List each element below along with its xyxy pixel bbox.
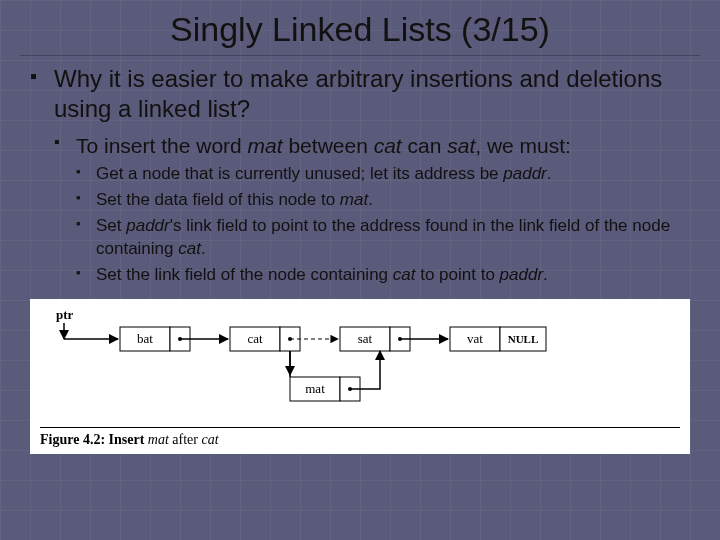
l2-pre: To insert the word: [76, 134, 248, 157]
bullet-list-level3: Get a node that is currently unused; let…: [76, 163, 690, 287]
l2-mid2: can: [402, 134, 448, 157]
figure-panel: ptr bat cat sat va: [30, 299, 690, 454]
bullet-list-level2: To insert the word mat between cat can s…: [54, 132, 690, 287]
node-cat: cat: [247, 331, 263, 346]
bullet-l3-3: Set paddr's link field to point to the a…: [76, 215, 690, 261]
linked-list-diagram: ptr bat cat sat va: [40, 307, 680, 417]
l2-word-mat: mat: [248, 134, 283, 157]
l3a-post: .: [547, 164, 552, 183]
l2-mid1: between: [283, 134, 374, 157]
slide-title: Singly Linked Lists (3/15): [20, 0, 700, 56]
l3a-paddr: paddr: [503, 164, 546, 183]
l2-word-cat: cat: [374, 134, 402, 157]
null-label: NULL: [508, 333, 539, 345]
content-area: Why it is easier to make arbitrary inser…: [0, 64, 720, 287]
bullet-l1-1: Why it is easier to make arbitrary inser…: [30, 64, 690, 287]
node-bat: bat: [137, 331, 153, 346]
node-sat: sat: [358, 331, 373, 346]
l2-post: , we must:: [475, 134, 571, 157]
l3c-pre: Set: [96, 216, 126, 235]
l3d-mid: to point to: [415, 265, 499, 284]
node-vat: vat: [467, 331, 483, 346]
cap-mid: after: [169, 432, 202, 447]
l3c-paddr: paddr: [126, 216, 169, 235]
ptr-label: ptr: [56, 307, 74, 322]
l3b-post: .: [368, 190, 373, 209]
l3d-paddr: paddr: [500, 265, 543, 284]
bullet-l3-2: Set the data field of this node to mat.: [76, 189, 690, 212]
l3b-mat: mat: [340, 190, 368, 209]
l3d-post: .: [543, 265, 548, 284]
cap-cat: cat: [202, 432, 219, 447]
l3c-post: .: [201, 239, 206, 258]
bullet-l3-4: Set the link field of the node containin…: [76, 264, 690, 287]
bullet-l3-1: Get a node that is currently unused; let…: [76, 163, 690, 186]
figure-caption: Figure 4.2: Insert mat after cat: [40, 427, 680, 448]
l3c-cat: cat: [178, 239, 201, 258]
l3d-cat: cat: [393, 265, 416, 284]
bullet-l2-1: To insert the word mat between cat can s…: [54, 132, 690, 287]
l2-word-sat: sat: [447, 134, 475, 157]
node-mat: mat: [305, 381, 325, 396]
cap-pre: Figure 4.2: Insert: [40, 432, 148, 447]
bullet-l1-1-text: Why it is easier to make arbitrary inser…: [54, 65, 662, 122]
l3d-pre: Set the link field of the node containin…: [96, 265, 393, 284]
slide: Singly Linked Lists (3/15) Why it is eas…: [0, 0, 720, 540]
l3b-pre: Set the data field of this node to: [96, 190, 340, 209]
bullet-list-level1: Why it is easier to make arbitrary inser…: [30, 64, 690, 287]
cap-mat: mat: [148, 432, 169, 447]
l3a-pre: Get a node that is currently unused; let…: [96, 164, 503, 183]
